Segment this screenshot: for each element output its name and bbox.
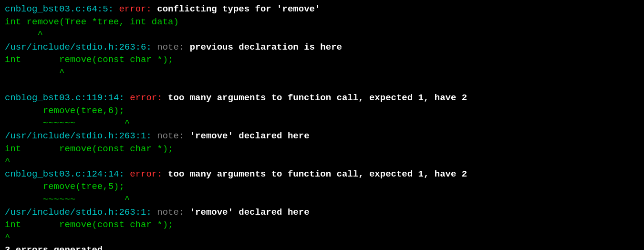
terminal-segment: ~~~~~~ ^ <box>5 118 130 128</box>
terminal-segment: cnblog_bst03.c:124:14: <box>5 169 130 179</box>
terminal-line: 3 errors generated. <box>5 244 639 250</box>
terminal-line: cnblog_bst03.c:119:14: error: too many a… <box>5 92 639 104</box>
terminal-line: remove(tree,5); <box>5 180 639 193</box>
terminal-segment: previous declaration is here <box>190 42 342 52</box>
terminal-segment: ^ <box>5 29 43 40</box>
terminal-line: ^ <box>5 66 639 79</box>
terminal-segment: error: <box>130 169 168 179</box>
terminal-line: remove(tree,6); <box>5 104 639 117</box>
terminal-segment: cnblog_bst03.c:119:14: <box>5 93 130 103</box>
terminal-segment: /usr/include/stdio.h:263:6: <box>5 42 157 52</box>
terminal-line: int remove(const char *); <box>5 53 639 66</box>
terminal-line: ~~~~~~ ^ <box>5 193 639 206</box>
terminal-line: cnblog_bst03.c:64:5: error: conflicting … <box>5 3 639 16</box>
terminal-line: ^ <box>5 155 639 168</box>
terminal-segment: error: <box>119 4 157 14</box>
terminal-segment: int remove(const char *); <box>5 54 173 65</box>
terminal-segment: ^ <box>5 156 10 167</box>
terminal-line: int remove(Tree *tree, int data) <box>5 16 639 29</box>
terminal-segment: error: <box>130 93 168 103</box>
terminal-line: ^ <box>5 28 639 41</box>
terminal-line: cnblog_bst03.c:124:14: error: too many a… <box>5 168 639 181</box>
terminal-segment: note: <box>157 207 189 218</box>
terminal-segment: ~~~~~~ ^ <box>5 194 130 205</box>
terminal-line: int remove(const char *); <box>5 219 639 231</box>
terminal-segment: too many arguments to function call, exp… <box>168 169 467 179</box>
terminal-segment: remove(tree,5); <box>5 181 125 192</box>
terminal-line <box>5 79 639 92</box>
terminal-line: /usr/include/stdio.h:263:1: note: 'remov… <box>5 130 639 143</box>
terminal-line: /usr/include/stdio.h:263:1: note: 'remov… <box>5 206 639 219</box>
terminal-segment: note: <box>157 131 189 141</box>
terminal-segment: /usr/include/stdio.h:263:1: <box>5 131 157 141</box>
terminal-segment: /usr/include/stdio.h:263:1: <box>5 207 157 218</box>
terminal-line: int remove(const char *); <box>5 143 639 156</box>
terminal-segment: 'remove' declared here <box>190 207 310 218</box>
terminal-line: ^ <box>5 231 639 244</box>
terminal-segment: too many arguments to function call, exp… <box>168 93 467 103</box>
terminal-segment: int remove(const char *); <box>5 219 173 230</box>
terminal-segment: remove(tree,6); <box>5 105 125 116</box>
terminal-segment: ^ <box>5 67 64 78</box>
terminal-segment: ^ <box>5 232 10 243</box>
terminal-segment: int remove(const char *); <box>5 144 173 154</box>
terminal-segment: cnblog_bst03.c:64:5: <box>5 4 119 14</box>
terminal-line: /usr/include/stdio.h:263:6: note: previo… <box>5 41 639 54</box>
terminal-segment: note: <box>157 42 189 52</box>
terminal-segment: int remove(Tree *tree, int data) <box>5 17 179 27</box>
terminal-output: cnblog_bst03.c:64:5: error: conflicting … <box>5 3 639 250</box>
terminal-segment: 'remove' declared here <box>190 131 310 141</box>
terminal-line: ~~~~~~ ^ <box>5 117 639 130</box>
terminal-segment: conflicting types for 'remove' <box>157 4 320 14</box>
terminal-segment: 3 errors generated. <box>5 245 108 250</box>
